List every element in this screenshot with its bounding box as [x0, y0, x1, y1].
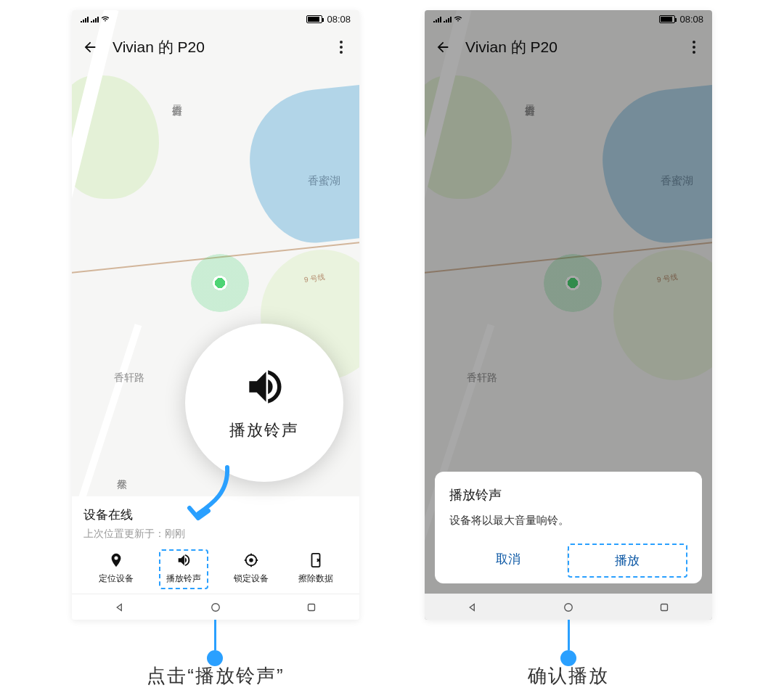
ring-confirm-dialog: 播放铃声 设备将以最大音量响铃。 取消 播放: [435, 472, 702, 583]
dialog-message: 设备将以最大音量响铃。: [449, 514, 687, 528]
nav-recent-icon[interactable]: [305, 601, 318, 614]
nav-home-icon[interactable]: [562, 601, 575, 614]
svg-point-5: [565, 603, 573, 611]
action-label: 定位设备: [99, 573, 134, 585]
svg-rect-6: [661, 604, 668, 610]
svg-point-3: [212, 603, 220, 611]
back-button[interactable]: [81, 38, 99, 57]
last-update-label: 上次位置更新于：刚刚: [83, 528, 348, 541]
pointer-arrow-icon: [184, 463, 237, 528]
svg-point-1: [249, 558, 253, 562]
map-label-lake: 香蜜湖: [308, 174, 340, 188]
step-caption: 点击“播放铃声”: [147, 663, 284, 689]
ring-callout-bubble: 播放铃声: [185, 324, 343, 482]
map-label-street: 香轩路: [114, 372, 144, 385]
play-ring-button[interactable]: 播放铃声: [159, 549, 208, 589]
action-bar: 定位设备 播放铃声 锁定设备 擦除数据: [83, 549, 348, 589]
clock: 08:08: [327, 14, 351, 25]
action-label: 擦除数据: [298, 573, 333, 585]
cancel-button[interactable]: 取消: [449, 544, 567, 578]
step-caption: 确认播放: [528, 663, 609, 689]
lock-device-button[interactable]: 锁定设备: [229, 549, 273, 589]
phone-screenshot-left: 香蜜湖 香轩路 泰然 香庭二街 9 号线 08:08: [72, 10, 359, 620]
page-title: Vivian 的 P20: [113, 37, 205, 57]
system-navbar: [425, 594, 712, 620]
wifi-icon: [101, 15, 110, 22]
erase-data-button[interactable]: 擦除数据: [294, 549, 338, 589]
pin-icon: [108, 552, 124, 568]
signal-icon: [91, 15, 99, 22]
target-icon: [243, 552, 259, 568]
svg-rect-4: [309, 604, 315, 610]
action-label: 锁定设备: [234, 573, 269, 585]
arrow-left-icon: [82, 39, 98, 55]
locate-device-button[interactable]: 定位设备: [94, 549, 138, 589]
nav-back-icon[interactable]: [466, 601, 479, 614]
battery-icon: [306, 15, 322, 23]
more-button[interactable]: [332, 41, 351, 54]
phone-erase-icon: [308, 552, 324, 568]
app-bar: Vivian 的 P20: [72, 28, 359, 67]
nav-home-icon[interactable]: [209, 601, 222, 614]
phone-screenshot-right: 香蜜湖 香轩路 香庭二街 9 号线 08:08: [425, 10, 712, 620]
action-label: 播放铃声: [166, 573, 201, 585]
nav-back-icon[interactable]: [113, 601, 126, 614]
system-navbar: [72, 594, 359, 620]
device-location-dot[interactable]: [191, 254, 249, 312]
sound-icon: [176, 552, 192, 568]
nav-recent-icon[interactable]: [658, 601, 671, 614]
signal-icon: [81, 15, 89, 22]
play-button[interactable]: 播放: [568, 544, 688, 578]
dialog-title: 播放铃声: [449, 486, 687, 504]
status-bar: 08:08: [72, 10, 359, 28]
ring-callout-label: 播放铃声: [229, 419, 299, 441]
sound-icon: [242, 364, 287, 409]
